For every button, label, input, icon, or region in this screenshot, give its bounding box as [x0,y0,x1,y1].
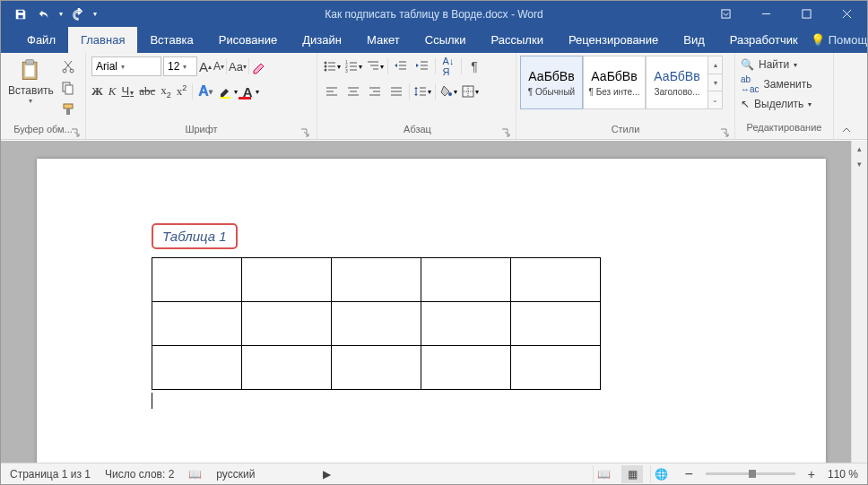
borders-icon[interactable]: ▾ [461,82,479,100]
font-dialog-icon[interactable] [300,128,309,137]
align-center-icon[interactable] [344,82,362,100]
table-caption[interactable]: Таблица 1 [152,223,238,249]
group-label-paragraph: Абзац [323,124,512,139]
table-row[interactable] [152,302,601,346]
show-marks-icon[interactable]: ¶ [465,57,483,75]
undo-dropdown[interactable]: ▾ [56,10,65,18]
macro-icon[interactable]: ▶ [323,468,331,481]
text-cursor [152,393,152,409]
strike-button[interactable]: abc [139,84,155,99]
zoom-in-icon[interactable]: + [803,467,820,481]
scroll-down-icon[interactable]: ▾ [852,156,867,171]
select-button[interactable]: ↖Выделить▾ [741,94,812,114]
zoom-slider[interactable] [706,472,795,475]
window-controls [706,1,867,27]
tab-view[interactable]: Вид [671,27,717,53]
tab-references[interactable]: Ссылки [412,27,479,53]
align-right-icon[interactable] [366,82,384,100]
subscript-button[interactable]: x2 [161,83,171,100]
tab-review[interactable]: Рецензирование [556,27,671,53]
font-name-combo[interactable]: Arial▾ [91,56,161,76]
clear-formatting-icon[interactable] [251,58,267,74]
sort-icon[interactable]: A↓Я [439,57,457,75]
styles-dialog-icon[interactable] [720,128,729,137]
table-row[interactable] [152,346,601,390]
close-icon[interactable] [827,1,867,27]
text-effects-icon[interactable]: A▾ [198,83,213,100]
print-layout-icon[interactable]: ▦ [621,465,643,483]
maximize-icon[interactable] [786,1,827,27]
italic-button[interactable]: К [108,84,117,99]
paragraph-dialog-icon[interactable] [501,128,510,137]
minimize-icon[interactable] [746,1,786,27]
grow-font-icon[interactable]: A▴ [199,59,212,74]
ribbon-options-icon[interactable] [706,1,746,27]
paste-button[interactable]: Вставить ▾ [4,56,57,107]
shrink-font-icon[interactable]: A▾ [213,60,224,73]
web-layout-icon[interactable]: 🌐 [650,465,672,483]
bullets-icon[interactable]: ▾ [323,57,341,75]
styles-scroll[interactable]: ▴▾⌄ [708,56,723,109]
increase-indent-icon[interactable] [413,57,431,75]
decrease-indent-icon[interactable] [392,57,410,75]
clipboard-dialog-icon[interactable] [71,128,80,137]
multilevel-icon[interactable]: ▾ [366,57,384,75]
zoom-out-icon[interactable]: − [679,466,698,482]
style-nospacing[interactable]: АаБбВв¶ Без инте... [583,56,646,109]
tab-draw[interactable]: Рисование [206,27,290,53]
document-area[interactable]: Таблица 1 [1,141,851,463]
svg-point-17 [325,65,327,68]
document-table[interactable] [152,257,601,390]
style-heading1[interactable]: АаБбВвЗаголово... [646,56,708,109]
shading-icon[interactable]: ▾ [439,82,457,100]
ribbon-tabs: Файл Главная Вставка Рисование Дизайн Ма… [1,27,867,53]
vertical-scrollbar[interactable]: ▴ ▾ [851,141,867,463]
group-label-font: Шрифт [91,124,311,139]
superscript-button[interactable]: x2 [177,83,187,99]
tab-home[interactable]: Главная [68,27,137,53]
change-case-icon[interactable]: Aa▾ [229,60,247,74]
scroll-up-icon[interactable]: ▴ [852,141,867,156]
tell-me[interactable]: 💡Помощн [811,33,868,47]
align-left-icon[interactable] [323,82,341,100]
svg-rect-14 [220,97,230,99]
zoom-level[interactable]: 110 % [828,468,858,481]
tab-file[interactable]: Файл [14,27,68,53]
copy-icon[interactable] [59,79,77,97]
bold-button[interactable]: Ж [91,84,103,99]
tab-design[interactable]: Дизайн [290,27,354,53]
word-count[interactable]: Число слов: 2 [105,468,174,481]
svg-text:3: 3 [345,68,348,74]
svg-rect-2 [803,10,811,18]
undo-icon[interactable] [33,4,55,25]
table-row[interactable] [152,258,601,302]
tab-insert[interactable]: Вставка [137,27,205,53]
tab-developer[interactable]: Разработчик [717,27,811,53]
language[interactable]: русский [216,468,255,481]
read-mode-icon[interactable]: 📖 [593,465,614,483]
font-color-icon[interactable]: A▾ [243,84,259,100]
collapse-ribbon-icon[interactable] [834,53,859,139]
numbering-icon[interactable]: 123▾ [344,57,362,75]
svg-rect-7 [25,65,35,77]
line-spacing-icon[interactable]: ▾ [413,82,431,100]
group-styles: АаБбВв¶ Обычный АаБбВв¶ Без инте... АаБб… [516,53,735,139]
format-painter-icon[interactable] [59,100,77,118]
underline-button[interactable]: Ч▾ [122,84,135,99]
find-button[interactable]: 🔍Найти▾ [741,55,797,74]
tab-layout[interactable]: Макет [354,27,412,53]
styles-gallery[interactable]: АаБбВв¶ Обычный АаБбВв¶ Без инте... АаБб… [520,56,723,109]
page[interactable]: Таблица 1 [37,159,826,463]
replace-button[interactable]: ab↔acЗаменить [741,74,812,94]
highlight-icon[interactable]: ▾ [218,83,238,100]
spellcheck-icon[interactable]: 📖 [188,468,202,481]
redo-icon[interactable] [67,4,89,25]
save-icon[interactable] [10,4,31,25]
justify-icon[interactable] [387,82,405,100]
cut-icon[interactable] [59,57,77,75]
tab-mailings[interactable]: Рассылки [479,27,556,53]
style-normal[interactable]: АаБбВв¶ Обычный [520,56,583,109]
page-number[interactable]: Страница 1 из 1 [10,468,91,481]
qat-customize[interactable]: ▾ [91,10,100,18]
font-size-combo[interactable]: 12▾ [163,56,197,76]
